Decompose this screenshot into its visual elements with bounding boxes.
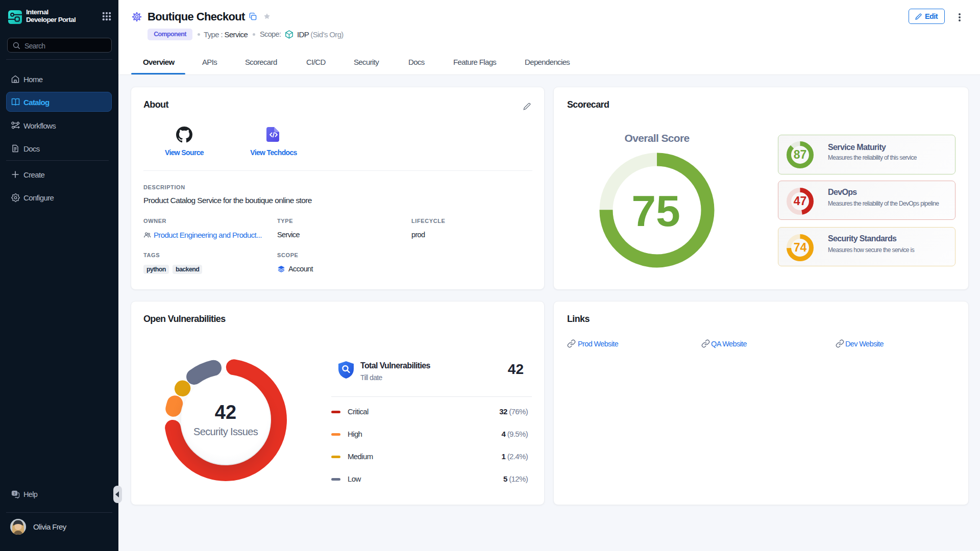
svg-text:75: 75: [631, 186, 680, 235]
svg-text:87: 87: [794, 148, 807, 161]
svg-text:74: 74: [794, 241, 807, 254]
svg-text:47: 47: [794, 194, 807, 208]
